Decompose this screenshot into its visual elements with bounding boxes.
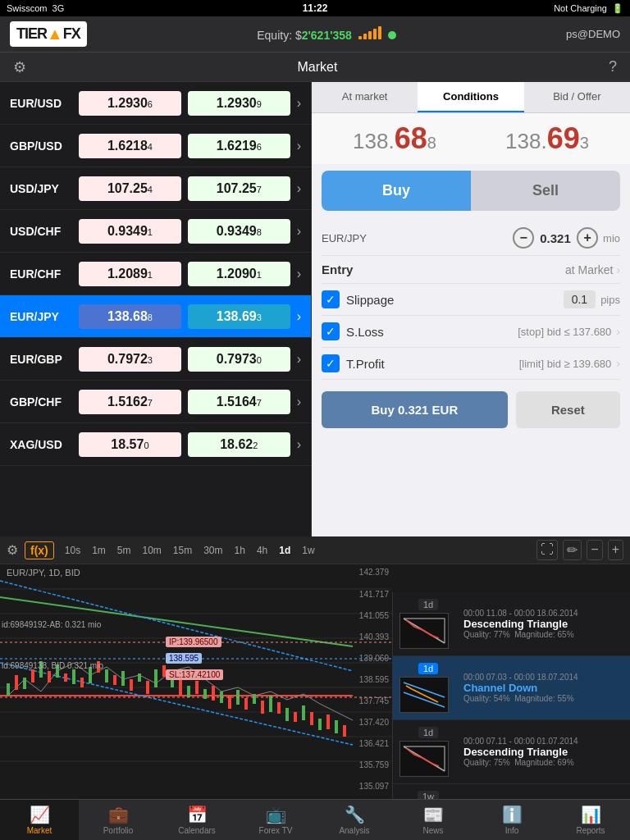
user-label: ps@DEMO [566,28,620,40]
tab-at-market[interactable]: At market [312,82,418,112]
pattern-info: 00:00 07.03 - 00:00 18.07.2014 Channel D… [463,673,623,703]
pattern-name: Descending Triangle [463,618,623,630]
zoom-out-icon[interactable]: − [587,540,602,560]
logo-fx: FX [63,25,80,43]
svg-rect-15 [31,669,34,682]
execute-button[interactable]: Buy 0.321 EUR [322,391,508,428]
signal-bar-3 [368,31,372,39]
svg-rect-37 [212,686,215,701]
price-level-7: 137.745 [347,696,389,705]
currency-row-EUR-GBP[interactable]: EUR/GBP 0.79723 0.79730 › [0,338,311,381]
entry-label: Entry [322,262,353,276]
nav-info[interactable]: ℹ️ Info [472,800,551,840]
row-arrow: › [297,352,301,367]
currency-name: EUR/GBP [10,353,75,366]
stoploss-value: [stop] bid ≤ 137.680 › [518,325,620,338]
nav-reports[interactable]: 📊 Reports [551,800,630,840]
nav-analysis[interactable]: 🔧 Analysis [315,800,394,840]
svg-rect-29 [146,681,149,694]
time-btn-1d[interactable]: 1d [275,543,294,558]
take-profit-row[interactable]: ✓ T.Profit [limit] bid ≥ 139.680 › [322,348,620,380]
time-btn-1m[interactable]: 1m [88,543,110,558]
nav-calendars[interactable]: 📅 Calendars [158,800,236,840]
chart-settings-icon[interactable]: ⚙ [7,542,18,558]
app-header: TIER ▲ FX Equity: $2'621'358 ps@DEMO [0,16,630,52]
currency-row-EUR-CHF[interactable]: EUR/CHF 1.20891 1.20901 › [0,253,311,295]
news-icon: 📰 [423,805,444,824]
analysis-label: Analysis [339,826,369,835]
svg-rect-50 [318,719,322,730]
reset-button[interactable]: Reset [516,391,620,428]
stoploss-checkbox[interactable]: ✓ [322,322,340,340]
slippage-checkbox[interactable]: ✓ [322,290,340,308]
currency-row-USD-JPY[interactable]: USD/JPY 107.254 107.257 › [0,167,311,210]
tab-conditions[interactable]: Conditions [418,82,523,112]
pattern-thumbnail: 1d [399,663,457,713]
currency-name: EUR/JPY [10,310,75,323]
reports-icon: 📊 [581,805,601,824]
svg-rect-26 [121,671,125,686]
help-icon[interactable]: ? [609,58,617,75]
currency-row-USD-CHF[interactable]: USD/CHF 0.93491 0.93498 › [0,210,311,253]
nav-news[interactable]: 📰 News [394,800,472,840]
currency-row-GBP-USD[interactable]: GBP/USD 1.62184 1.62196 › [0,125,311,167]
currency-name: EUR/CHF [10,267,75,281]
time-btn-1h[interactable]: 1h [231,543,249,558]
ask-cell: 1.51647 [188,390,290,414]
time-btn-1w[interactable]: 1w [298,543,318,558]
tab-bid-offer[interactable]: Bid / Offer [524,82,630,112]
pattern-item[interactable]: 1d 00:00 07.11 - 00:00 01.07.2014 Descen… [393,720,630,784]
pattern-date: 00:00 07.03 - 00:00 18.07.2014 [463,673,623,682]
pattern-item[interactable]: 1d 00:00 07.03 - 00:00 18.07.2014 Channe… [393,656,630,720]
pattern-item[interactable]: 1w 00:00 23.07 - 00:00 17.03.2014 Double… [393,784,630,799]
stop-loss-row[interactable]: ✓ S.Loss [stop] bid ≤ 137.680 › [322,316,620,348]
signal-bar-1 [358,36,362,39]
drawing-icon[interactable]: ✏ [563,540,582,560]
qty-increase-button[interactable]: + [577,227,598,249]
time-btn-10s[interactable]: 10s [61,543,84,558]
calendars-icon: 📅 [187,805,208,824]
chart-title: EUR/JPY, 1D, BID [7,568,80,578]
pattern-thumb [399,741,449,777]
pattern-badge: 1d [418,599,438,610]
takeprofit-checkbox[interactable]: ✓ [322,354,340,372]
entry-row[interactable]: Entry at Market › [322,256,620,284]
time-btn-15m[interactable]: 15m [169,543,196,558]
status-bar: Swisscom 3G 11:22 Not Charging 🔋 [0,0,630,16]
pattern-item[interactable]: 1d 00:00 11.08 - 00:00 18.06.2014 Descen… [393,592,630,656]
chart-fx-button[interactable]: f(x) [25,541,54,559]
nav-forex-tv[interactable]: 📺 Forex TV [236,800,315,840]
forex-tv-label: Forex TV [259,826,293,835]
bid-cell: 0.93491 [79,219,181,244]
bid-cell: 1.20891 [79,262,181,286]
nav-market[interactable]: 📈 Market [0,800,79,840]
sell-button[interactable]: Sell [471,171,620,211]
price-level-2: 141.717 [347,590,389,599]
time-btn-5m[interactable]: 5m [113,543,135,558]
carrier-label: Swisscom [7,3,48,13]
time-btn-4h[interactable]: 4h [253,543,272,558]
currency-row-GBP-CHF[interactable]: GBP/CHF 1.51627 1.51647 › [0,381,311,423]
row-arrow: › [297,224,301,239]
zoom-in-icon[interactable]: + [608,540,623,560]
network-label: 3G [52,3,65,13]
ask-cell: 0.93498 [188,219,290,244]
pattern-date: 00:00 11.08 - 00:00 18.06.2014 [463,609,623,618]
currency-row-EUR-JPY[interactable]: EUR/JPY 138.688 138.693 › [0,295,311,338]
price-level-3: 141.055 [347,611,389,620]
ask-cell: 138.693 [188,304,290,329]
currency-row-EUR-USD[interactable]: EUR/USD 1.29306 1.29309 › [0,82,311,125]
qty-decrease-button[interactable]: − [513,227,534,249]
currency-row-XAG-USD[interactable]: XAG/USD 18.570 18.622 › [0,423,311,466]
fullscreen-icon[interactable]: ⛶ [536,540,558,560]
buy-button[interactable]: Buy [322,171,471,211]
nav-portfolio[interactable]: 💼 Portfolio [79,800,158,840]
currency-name: EUR/USD [10,97,75,110]
currency-list: EUR/USD 1.29306 1.29309 › GBP/USD 1.6218… [0,82,312,536]
chart-area: ⚙ f(x) 10s 1m 5m 10m 15m 30m 1h 4h 1d 1w… [0,536,630,799]
time-btn-10m[interactable]: 10m [138,543,165,558]
patterns-panel: 1d 00:00 11.08 - 00:00 18.06.2014 Descen… [392,592,630,799]
settings-icon[interactable]: ⚙ [13,58,26,76]
time-btn-30m[interactable]: 30m [199,543,226,558]
row-arrow: › [297,309,301,324]
